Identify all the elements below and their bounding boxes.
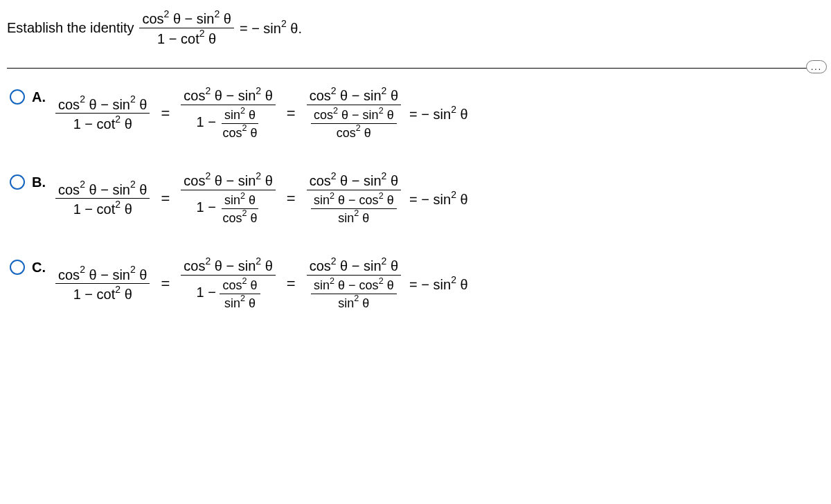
answer-options: A. cos2 θ − sin2 θ 1 − cot2 θ = cos2 θ −… (7, 85, 824, 312)
prompt-rhs: = − sin2 θ. (240, 19, 302, 37)
opt-b-step2: cos2 θ − sin2 θ 1 − sin2 θ cos2 θ (181, 170, 275, 226)
radio-c[interactable] (10, 260, 25, 275)
opt-a-step2: cos2 θ − sin2 θ 1 − sin2 θ cos2 θ (181, 85, 275, 141)
option-c[interactable]: C. cos2 θ − sin2 θ 1 − cot2 θ = cos2 θ −… (10, 255, 824, 312)
radio-b[interactable] (10, 174, 25, 190)
equals-sign: = (284, 190, 298, 208)
option-b[interactable]: B. cos2 θ − sin2 θ 1 − cot2 θ = cos2 θ −… (10, 170, 824, 226)
more-options-button[interactable]: ... (806, 60, 827, 73)
opt-a-step3: cos2 θ − sin2 θ cos2 θ − sin2 θ cos2 θ (307, 85, 401, 141)
equals-sign: = (284, 275, 298, 293)
prompt-lhs-den: 1 − cot2 θ (154, 28, 219, 48)
equals-sign: = (158, 190, 172, 208)
question-prompt: Establish the identity cos2 θ − sin2 θ 1… (7, 8, 824, 47)
prompt-lhs-fraction: cos2 θ − sin2 θ 1 − cot2 θ (139, 8, 233, 47)
option-a-equation: cos2 θ − sin2 θ 1 − cot2 θ = cos2 θ − si… (55, 85, 468, 141)
opt-b-step1: cos2 θ − sin2 θ 1 − cot2 θ (55, 179, 150, 218)
radio-a[interactable] (10, 89, 25, 105)
option-a-label: A. (32, 89, 48, 105)
opt-a-step1: cos2 θ − sin2 θ 1 − cot2 θ (55, 94, 150, 133)
section-divider: ... (7, 68, 824, 69)
opt-c-step3: cos2 θ − sin2 θ sin2 θ − cos2 θ sin2 θ (307, 255, 401, 312)
opt-b-rhs: = − sin2 θ (409, 190, 468, 208)
opt-c-rhs: = − sin2 θ (409, 275, 468, 293)
option-a[interactable]: A. cos2 θ − sin2 θ 1 − cot2 θ = cos2 θ −… (10, 85, 824, 141)
opt-c-step1: cos2 θ − sin2 θ 1 − cot2 θ (55, 264, 150, 303)
option-b-equation: cos2 θ − sin2 θ 1 − cot2 θ = cos2 θ − si… (55, 170, 468, 226)
equals-sign: = (158, 105, 172, 123)
prompt-lhs-num: cos2 θ − sin2 θ (139, 8, 233, 28)
option-c-equation: cos2 θ − sin2 θ 1 − cot2 θ = cos2 θ − si… (55, 255, 468, 312)
equals-sign: = (158, 275, 172, 293)
opt-c-step2: cos2 θ − sin2 θ 1 − cos2 θ sin2 θ (181, 255, 275, 312)
opt-a-rhs: = − sin2 θ (409, 105, 468, 123)
equals-sign: = (284, 105, 298, 123)
prompt-lead: Establish the identity (7, 20, 134, 36)
option-b-label: B. (32, 174, 48, 190)
opt-b-step3: cos2 θ − sin2 θ sin2 θ − cos2 θ sin2 θ (307, 170, 401, 226)
option-c-label: C. (32, 260, 48, 276)
